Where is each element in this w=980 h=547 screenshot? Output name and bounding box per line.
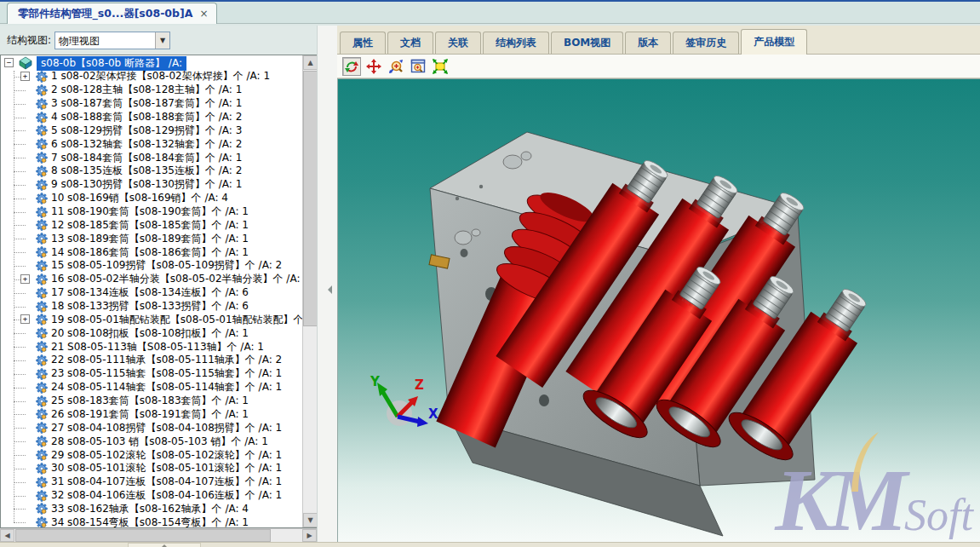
collapse-icon[interactable]: −: [4, 58, 14, 67]
tree-item-label: 15 s08-05-109拐臂【s08-05-109拐臂】个 /A: 2: [51, 258, 282, 273]
detail-tab[interactable]: BOM视图: [551, 32, 623, 54]
tree-item[interactable]: + 33 s08-162轴承【s08-162轴承】个 /A: 4: [1, 503, 302, 516]
tree-item[interactable]: + 24 s08-05-114轴套【s08-05-114轴套】个 /A: 1: [1, 381, 302, 394]
tree-item[interactable]: + 15 s08-05-109拐臂【s08-05-109拐臂】个 /A: 2: [1, 259, 302, 273]
tree-item-label: 32 s08-04-106连板【s08-04-106连板】个 /A: 1: [51, 488, 282, 503]
tree-item[interactable]: + 25 s08-183套筒【s08-183套筒】个 /A: 1: [1, 394, 302, 408]
scroll-down-icon[interactable]: ▼: [303, 513, 318, 527]
tree-item[interactable]: + 5 s08-129拐臂【s08-129拐臂】个 /A: 3: [1, 124, 302, 137]
expand-icon[interactable]: +: [20, 274, 30, 284]
tree-item[interactable]: + 26 s08-191套筒【s08-191套筒】个 /A: 1: [1, 407, 302, 421]
tree-item-label: 3 s08-187套筒【s08-187套筒】个 /A: 1: [51, 96, 242, 111]
document-tab[interactable]: 零部件结构管理_s0...器[s08-0b]A ×: [7, 3, 217, 24]
tree-item[interactable]: + 21 S08-05-113轴【S08-05-113轴】个 /A: 1: [1, 340, 302, 354]
tree-item-label: 7 s08-184套筒【s08-184套筒】个 /A: 1: [51, 151, 242, 165]
detail-tab[interactable]: 签审历史: [673, 32, 739, 54]
part-icon: [36, 435, 48, 447]
chevron-down-icon[interactable]: ▼: [155, 32, 169, 49]
tree-item[interactable]: + 30 s08-05-101滚轮【s08-05-101滚轮】个 /A: 1: [1, 462, 302, 475]
3d-viewport[interactable]: Y Z X KM Soft: [337, 78, 980, 542]
tree-item[interactable]: + 11 s08-190套筒【s08-190套筒】个 /A: 1: [1, 205, 302, 219]
vertical-scroll-thumb[interactable]: [303, 71, 318, 326]
detail-tab[interactable]: 文档: [387, 32, 433, 54]
tree-item[interactable]: + 12 s08-185套筒【s08-185套筒】个 /A: 1: [1, 218, 302, 232]
tree-item[interactable]: + 13 s08-189套筒【s08-189套筒】个 /A: 1: [1, 232, 302, 245]
tree-item[interactable]: + 10 s08-169销【s08-169销】个 /A: 4: [1, 192, 302, 205]
tree-item[interactable]: + 4 s08-188套筒【s08-188套筒】个 /A: 2: [1, 111, 302, 124]
tree-item[interactable]: + 2 s08-128主轴【s08-128主轴】个 /A: 1: [1, 83, 302, 97]
tree-item-label: 24 s08-05-114轴套【s08-05-114轴套】个 /A: 1: [51, 380, 282, 394]
app-window: 零部件结构管理_s0...器[s08-0b]A × 结构视图: 物理视图 ▼ −: [0, 0, 980, 547]
panel-splitter[interactable]: [317, 26, 337, 542]
tree-item-label: 12 s08-185套筒【s08-185套筒】个 /A: 1: [51, 218, 249, 233]
tree-item-label: 23 s08-05-115轴套【s08-05-115轴套】个 /A: 1: [51, 366, 282, 381]
tree-horizontal-scrollbar[interactable]: ◀ ▶: [0, 528, 317, 542]
detail-tab[interactable]: 关联: [435, 32, 481, 54]
tree-item[interactable]: + 23 s08-05-115轴套【s08-05-115轴套】个 /A: 1: [1, 367, 302, 381]
rotate-icon[interactable]: [342, 57, 361, 76]
collapse-left-icon[interactable]: [324, 285, 332, 294]
collapse-up-icon: [161, 541, 168, 547]
tree-item[interactable]: + 9 s08-130拐臂【s08-130拐臂】个 /A: 1: [1, 178, 302, 192]
tree-vertical-scrollbar[interactable]: ▲ ▼: [302, 55, 317, 527]
tree-item[interactable]: + 18 s08-133拐臂【s08-133拐臂】个 /A: 6: [1, 300, 302, 314]
part-icon: [36, 206, 48, 218]
detail-tab[interactable]: 属性: [340, 32, 386, 54]
tree-item[interactable]: + 32 s08-04-106连板【s08-04-106连板】个 /A: 1: [1, 489, 302, 503]
structure-panel: 结构视图: 物理视图 ▼ − s08-0b【s08-0b 断路器】 /A:: [0, 26, 317, 542]
tree-item[interactable]: + 8 s08-135连板【s08-135连板】个 /A: 2: [1, 164, 302, 178]
tree-item[interactable]: + 1 s08-02架体焊接【s08-02架体焊接】个 /A: 1: [1, 70, 302, 83]
detail-tab-label: 产品模型: [754, 35, 794, 49]
close-icon[interactable]: ×: [199, 9, 208, 19]
axis-triad: Y Z X: [364, 374, 440, 442]
tree-item[interactable]: + 6 s08-132轴套【s08-132轴套】个 /A: 2: [1, 137, 302, 151]
part-icon: [36, 490, 48, 502]
axis-z-label: Z: [415, 377, 424, 393]
tree-item[interactable]: + 22 s08-05-111轴承【s08-05-111轴承】个 /A: 2: [1, 354, 302, 367]
tree-item[interactable]: + 29 s08-05-102滚轮【s08-05-102滚轮】个 /A: 1: [1, 448, 302, 462]
view-selector-combobox[interactable]: 物理视图 ▼: [54, 32, 170, 49]
zoom-dynamic-icon[interactable]: [387, 57, 405, 76]
tree-line: [14, 225, 26, 226]
tree-item[interactable]: + 19 s08-05-01轴配钻装配【s08-05-01轴配钻装配】个 /A:: [1, 313, 302, 326]
tree-item[interactable]: + 31 s08-04-107连板【s08-04-107连板】个 /A: 1: [1, 475, 302, 489]
detail-tab[interactable]: 版本: [625, 32, 671, 54]
structure-tree-container: − s08-0b【s08-0b 断路器】 /A: + 1 s08-02架体: [0, 55, 317, 528]
tree-item[interactable]: + 28 s08-05-103 销【s08-05-103 销】个 /A: 1: [1, 435, 302, 448]
view-selector-value: 物理视图: [55, 32, 155, 49]
horizontal-scroll-thumb[interactable]: [15, 529, 271, 542]
tree-item[interactable]: + 20 s08-108扣板【s08-108扣板】个 /A: 1: [1, 326, 302, 340]
collapse-handle[interactable]: [128, 543, 201, 547]
tree-item[interactable]: + 34 s08-154弯板【s08-154弯板】个 /A: 1: [1, 515, 302, 527]
scroll-up-icon[interactable]: ▲: [303, 55, 318, 70]
bottom-splitter-strip[interactable]: [0, 542, 980, 547]
tree-line: [14, 252, 26, 253]
tree-item[interactable]: + 17 s08-134连板【s08-134连板】个 /A: 6: [1, 286, 302, 300]
scroll-left-icon[interactable]: ◀: [0, 529, 14, 542]
part-icon: [36, 327, 48, 339]
expand-icon[interactable]: +: [20, 72, 30, 81]
tree-item[interactable]: + 7 s08-184套筒【s08-184套筒】个 /A: 1: [1, 151, 302, 164]
tree-item-label: 13 s08-189套筒【s08-189套筒】个 /A: 1: [51, 232, 249, 246]
zoom-window-icon[interactable]: [409, 57, 427, 76]
tree-item-label: 6 s08-132轴套【s08-132轴套】个 /A: 2: [51, 137, 242, 152]
part-icon: [36, 287, 48, 299]
tree-item[interactable]: + 14 s08-186套筒【s08-186套筒】个 /A: 1: [1, 245, 302, 259]
detail-tab[interactable]: 结构列表: [483, 32, 549, 54]
zoom-fit-icon[interactable]: [431, 57, 450, 76]
expand-icon[interactable]: +: [20, 314, 30, 324]
tree-line: [14, 266, 26, 267]
tree-item-label: 11 s08-190套筒【s08-190套筒】个 /A: 1: [51, 204, 249, 219]
pan-icon[interactable]: [364, 57, 383, 76]
tree-root-item[interactable]: − s08-0b【s08-0b 断路器】 /A:: [1, 56, 302, 70]
tree-item[interactable]: + 3 s08-187套筒【s08-187套筒】个 /A: 1: [1, 97, 302, 111]
structure-tree[interactable]: − s08-0b【s08-0b 断路器】 /A: + 1 s08-02架体: [1, 55, 302, 527]
watermark-km: KM: [775, 463, 903, 538]
tree-line: [14, 388, 26, 389]
detail-tab[interactable]: 产品模型: [741, 29, 807, 55]
part-icon: [36, 395, 48, 407]
tree-item[interactable]: + 27 s08-04-108拐臂【s08-04-108拐臂】个 /A: 1: [1, 421, 302, 435]
tree-item[interactable]: + 16 s08-05-02半轴分装【s08-05-02半轴分装】个 /A: 1: [1, 273, 302, 286]
part-icon: [36, 84, 48, 96]
scroll-right-icon[interactable]: ▶: [302, 529, 317, 542]
